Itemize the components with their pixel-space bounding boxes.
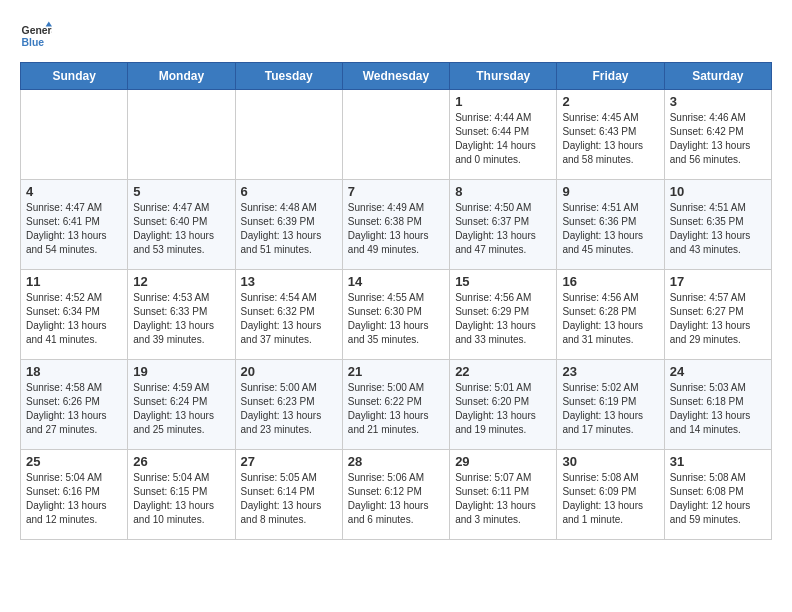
day-info: Sunrise: 5:00 AM Sunset: 6:22 PM Dayligh… [348, 381, 444, 437]
table-cell: 10Sunrise: 4:51 AM Sunset: 6:35 PM Dayli… [664, 180, 771, 270]
table-cell [128, 90, 235, 180]
day-info: Sunrise: 4:53 AM Sunset: 6:33 PM Dayligh… [133, 291, 229, 347]
day-info: Sunrise: 4:47 AM Sunset: 6:40 PM Dayligh… [133, 201, 229, 257]
day-info: Sunrise: 5:03 AM Sunset: 6:18 PM Dayligh… [670, 381, 766, 437]
table-cell: 20Sunrise: 5:00 AM Sunset: 6:23 PM Dayli… [235, 360, 342, 450]
table-cell [342, 90, 449, 180]
week-row-2: 4Sunrise: 4:47 AM Sunset: 6:41 PM Daylig… [21, 180, 772, 270]
day-info: Sunrise: 5:01 AM Sunset: 6:20 PM Dayligh… [455, 381, 551, 437]
day-info: Sunrise: 4:45 AM Sunset: 6:43 PM Dayligh… [562, 111, 658, 167]
day-info: Sunrise: 5:06 AM Sunset: 6:12 PM Dayligh… [348, 471, 444, 527]
day-number: 30 [562, 454, 658, 469]
table-cell: 17Sunrise: 4:57 AM Sunset: 6:27 PM Dayli… [664, 270, 771, 360]
table-cell [21, 90, 128, 180]
day-info: Sunrise: 5:07 AM Sunset: 6:11 PM Dayligh… [455, 471, 551, 527]
day-number: 25 [26, 454, 122, 469]
day-number: 4 [26, 184, 122, 199]
day-number: 11 [26, 274, 122, 289]
table-cell: 25Sunrise: 5:04 AM Sunset: 6:16 PM Dayli… [21, 450, 128, 540]
day-number: 10 [670, 184, 766, 199]
table-cell: 30Sunrise: 5:08 AM Sunset: 6:09 PM Dayli… [557, 450, 664, 540]
day-info: Sunrise: 4:58 AM Sunset: 6:26 PM Dayligh… [26, 381, 122, 437]
day-number: 31 [670, 454, 766, 469]
day-info: Sunrise: 4:51 AM Sunset: 6:36 PM Dayligh… [562, 201, 658, 257]
day-info: Sunrise: 4:49 AM Sunset: 6:38 PM Dayligh… [348, 201, 444, 257]
svg-marker-2 [46, 22, 52, 27]
weekday-header-friday: Friday [557, 63, 664, 90]
day-info: Sunrise: 4:44 AM Sunset: 6:44 PM Dayligh… [455, 111, 551, 167]
day-info: Sunrise: 4:52 AM Sunset: 6:34 PM Dayligh… [26, 291, 122, 347]
svg-text:General: General [22, 25, 52, 36]
day-number: 18 [26, 364, 122, 379]
table-cell: 23Sunrise: 5:02 AM Sunset: 6:19 PM Dayli… [557, 360, 664, 450]
day-number: 1 [455, 94, 551, 109]
table-cell: 5Sunrise: 4:47 AM Sunset: 6:40 PM Daylig… [128, 180, 235, 270]
weekday-header-thursday: Thursday [450, 63, 557, 90]
day-info: Sunrise: 4:47 AM Sunset: 6:41 PM Dayligh… [26, 201, 122, 257]
day-info: Sunrise: 5:04 AM Sunset: 6:15 PM Dayligh… [133, 471, 229, 527]
table-cell: 16Sunrise: 4:56 AM Sunset: 6:28 PM Dayli… [557, 270, 664, 360]
day-info: Sunrise: 4:48 AM Sunset: 6:39 PM Dayligh… [241, 201, 337, 257]
weekday-header-saturday: Saturday [664, 63, 771, 90]
day-info: Sunrise: 4:51 AM Sunset: 6:35 PM Dayligh… [670, 201, 766, 257]
logo: General Blue [20, 20, 52, 52]
week-row-1: 1Sunrise: 4:44 AM Sunset: 6:44 PM Daylig… [21, 90, 772, 180]
table-cell: 26Sunrise: 5:04 AM Sunset: 6:15 PM Dayli… [128, 450, 235, 540]
day-info: Sunrise: 4:56 AM Sunset: 6:29 PM Dayligh… [455, 291, 551, 347]
table-cell: 15Sunrise: 4:56 AM Sunset: 6:29 PM Dayli… [450, 270, 557, 360]
table-cell: 27Sunrise: 5:05 AM Sunset: 6:14 PM Dayli… [235, 450, 342, 540]
day-info: Sunrise: 5:02 AM Sunset: 6:19 PM Dayligh… [562, 381, 658, 437]
table-cell: 6Sunrise: 4:48 AM Sunset: 6:39 PM Daylig… [235, 180, 342, 270]
week-row-3: 11Sunrise: 4:52 AM Sunset: 6:34 PM Dayli… [21, 270, 772, 360]
table-cell: 21Sunrise: 5:00 AM Sunset: 6:22 PM Dayli… [342, 360, 449, 450]
table-cell: 13Sunrise: 4:54 AM Sunset: 6:32 PM Dayli… [235, 270, 342, 360]
week-row-4: 18Sunrise: 4:58 AM Sunset: 6:26 PM Dayli… [21, 360, 772, 450]
table-cell: 24Sunrise: 5:03 AM Sunset: 6:18 PM Dayli… [664, 360, 771, 450]
day-info: Sunrise: 5:04 AM Sunset: 6:16 PM Dayligh… [26, 471, 122, 527]
table-cell: 19Sunrise: 4:59 AM Sunset: 6:24 PM Dayli… [128, 360, 235, 450]
weekday-header-tuesday: Tuesday [235, 63, 342, 90]
day-number: 26 [133, 454, 229, 469]
table-cell: 18Sunrise: 4:58 AM Sunset: 6:26 PM Dayli… [21, 360, 128, 450]
table-cell: 8Sunrise: 4:50 AM Sunset: 6:37 PM Daylig… [450, 180, 557, 270]
table-cell: 4Sunrise: 4:47 AM Sunset: 6:41 PM Daylig… [21, 180, 128, 270]
day-number: 14 [348, 274, 444, 289]
page-header: General Blue [20, 20, 772, 52]
day-info: Sunrise: 4:56 AM Sunset: 6:28 PM Dayligh… [562, 291, 658, 347]
table-cell: 11Sunrise: 4:52 AM Sunset: 6:34 PM Dayli… [21, 270, 128, 360]
table-cell: 31Sunrise: 5:08 AM Sunset: 6:08 PM Dayli… [664, 450, 771, 540]
day-number: 12 [133, 274, 229, 289]
weekday-header-sunday: Sunday [21, 63, 128, 90]
table-cell: 2Sunrise: 4:45 AM Sunset: 6:43 PM Daylig… [557, 90, 664, 180]
day-info: Sunrise: 4:55 AM Sunset: 6:30 PM Dayligh… [348, 291, 444, 347]
day-number: 7 [348, 184, 444, 199]
table-cell [235, 90, 342, 180]
table-cell: 14Sunrise: 4:55 AM Sunset: 6:30 PM Dayli… [342, 270, 449, 360]
week-row-5: 25Sunrise: 5:04 AM Sunset: 6:16 PM Dayli… [21, 450, 772, 540]
day-number: 9 [562, 184, 658, 199]
table-cell: 29Sunrise: 5:07 AM Sunset: 6:11 PM Dayli… [450, 450, 557, 540]
day-number: 3 [670, 94, 766, 109]
table-cell: 7Sunrise: 4:49 AM Sunset: 6:38 PM Daylig… [342, 180, 449, 270]
table-cell: 12Sunrise: 4:53 AM Sunset: 6:33 PM Dayli… [128, 270, 235, 360]
weekday-header-wednesday: Wednesday [342, 63, 449, 90]
day-number: 2 [562, 94, 658, 109]
day-number: 24 [670, 364, 766, 379]
day-info: Sunrise: 4:50 AM Sunset: 6:37 PM Dayligh… [455, 201, 551, 257]
day-info: Sunrise: 4:59 AM Sunset: 6:24 PM Dayligh… [133, 381, 229, 437]
calendar-table: SundayMondayTuesdayWednesdayThursdayFrid… [20, 62, 772, 540]
table-cell: 9Sunrise: 4:51 AM Sunset: 6:36 PM Daylig… [557, 180, 664, 270]
day-number: 28 [348, 454, 444, 469]
logo-icon: General Blue [20, 20, 52, 52]
day-info: Sunrise: 5:05 AM Sunset: 6:14 PM Dayligh… [241, 471, 337, 527]
day-number: 8 [455, 184, 551, 199]
day-number: 13 [241, 274, 337, 289]
day-number: 15 [455, 274, 551, 289]
day-number: 21 [348, 364, 444, 379]
weekday-header-row: SundayMondayTuesdayWednesdayThursdayFrid… [21, 63, 772, 90]
day-number: 27 [241, 454, 337, 469]
day-info: Sunrise: 5:08 AM Sunset: 6:09 PM Dayligh… [562, 471, 658, 527]
table-cell: 28Sunrise: 5:06 AM Sunset: 6:12 PM Dayli… [342, 450, 449, 540]
day-number: 6 [241, 184, 337, 199]
day-info: Sunrise: 4:54 AM Sunset: 6:32 PM Dayligh… [241, 291, 337, 347]
